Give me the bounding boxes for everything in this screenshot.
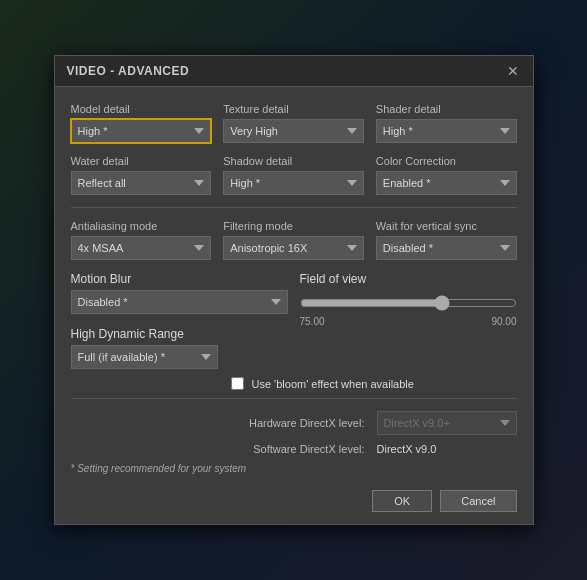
dialog-footer: OK Cancel	[55, 482, 533, 524]
filtering-field: Filtering mode Anisotropic 16X	[223, 220, 364, 260]
shadow-detail-select[interactable]: High *	[223, 171, 364, 195]
model-detail-label: Model detail	[71, 103, 212, 115]
software-dx-label: Software DirectX level:	[253, 443, 364, 455]
divider-1	[71, 207, 517, 208]
antialiasing-field: Antialiasing mode 4x MSAA	[71, 220, 212, 260]
fov-max: 90.00	[491, 316, 516, 327]
software-dx-value: DirectX v9.0	[377, 443, 517, 455]
texture-detail-field: Texture detail Very High	[223, 103, 364, 143]
shader-detail-select[interactable]: High *	[376, 119, 517, 143]
dialog-title: VIDEO - ADVANCED	[67, 64, 190, 78]
color-correction-select[interactable]: Enabled *	[376, 171, 517, 195]
bloom-label: Use 'bloom' effect when available	[252, 378, 414, 390]
bloom-checkbox[interactable]	[231, 377, 244, 390]
color-correction-field: Color Correction Enabled *	[376, 155, 517, 195]
hardware-dx-select: DirectX v9.0+	[377, 411, 517, 435]
fov-field: Field of view 75.00 90.00	[300, 272, 517, 327]
shader-detail-field: Shader detail High *	[376, 103, 517, 143]
hardware-dx-label: Hardware DirectX level:	[249, 417, 365, 429]
motion-blur-field: Motion Blur Disabled *	[71, 272, 288, 314]
texture-detail-label: Texture detail	[223, 103, 364, 115]
fov-min: 75.00	[300, 316, 325, 327]
row-1: Model detail High * Texture detail Very …	[71, 103, 517, 143]
dialog-body: Model detail High * Texture detail Very …	[55, 87, 533, 482]
fov-labels: 75.00 90.00	[300, 314, 517, 327]
shadow-detail-field: Shadow detail High *	[223, 155, 364, 195]
color-correction-label: Color Correction	[376, 155, 517, 167]
ok-button[interactable]: OK	[372, 490, 432, 512]
filtering-select[interactable]: Anisotropic 16X	[223, 236, 364, 260]
close-button[interactable]: ✕	[505, 64, 521, 78]
antialiasing-label: Antialiasing mode	[71, 220, 212, 232]
software-dx-row: Software DirectX level: DirectX v9.0	[71, 443, 517, 455]
fov-label: Field of view	[300, 272, 517, 286]
model-detail-field: Model detail High *	[71, 103, 212, 143]
footnote: * Setting recommended for your system	[71, 463, 517, 474]
water-detail-field: Water detail Reflect all	[71, 155, 212, 195]
antialiasing-select[interactable]: 4x MSAA	[71, 236, 212, 260]
video-advanced-dialog: VIDEO - ADVANCED ✕ Model detail High * T…	[54, 55, 534, 525]
vsync-select[interactable]: Disabled *	[376, 236, 517, 260]
hdr-label: High Dynamic Range	[71, 327, 218, 341]
hdr-select[interactable]: Full (if available) *	[71, 345, 218, 369]
shadow-detail-label: Shadow detail	[223, 155, 364, 167]
water-detail-select[interactable]: Reflect all	[71, 171, 212, 195]
bloom-row: Use 'bloom' effect when available	[231, 377, 517, 390]
hardware-dx-row: Hardware DirectX level: DirectX v9.0+	[71, 411, 517, 435]
cancel-button[interactable]: Cancel	[440, 490, 516, 512]
vsync-label: Wait for vertical sync	[376, 220, 517, 232]
vsync-field: Wait for vertical sync Disabled *	[376, 220, 517, 260]
row-2: Water detail Reflect all Shadow detail H…	[71, 155, 517, 195]
shader-detail-label: Shader detail	[376, 103, 517, 115]
texture-detail-select[interactable]: Very High	[223, 119, 364, 143]
fov-slider[interactable]	[300, 296, 517, 310]
dialog-header: VIDEO - ADVANCED ✕	[55, 56, 533, 87]
directx-section: Hardware DirectX level: DirectX v9.0+ So…	[71, 398, 517, 455]
motion-blur-select[interactable]: Disabled *	[71, 290, 288, 314]
hdr-field: High Dynamic Range Full (if available) *	[71, 327, 218, 369]
water-detail-label: Water detail	[71, 155, 212, 167]
row-4: Motion Blur Disabled * Field of view 75.…	[71, 272, 517, 327]
filtering-label: Filtering mode	[223, 220, 364, 232]
model-detail-select[interactable]: High *	[71, 119, 212, 143]
motion-blur-label: Motion Blur	[71, 272, 288, 286]
row-3: Antialiasing mode 4x MSAA Filtering mode…	[71, 220, 517, 260]
row-5: High Dynamic Range Full (if available) *	[71, 327, 517, 369]
